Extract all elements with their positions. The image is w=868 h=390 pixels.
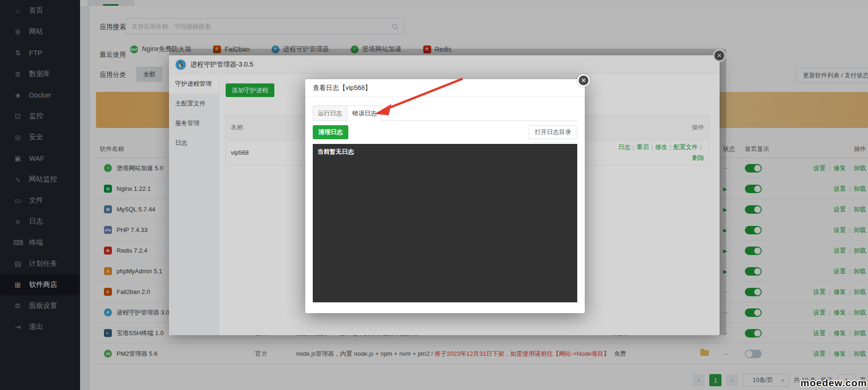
log-tabs: 运行日志 错误日志 [313, 105, 577, 121]
process-guard-titlebar: 🐧 进程守护管理器-3.0.5 [169, 55, 720, 74]
log-content-area[interactable]: 当前暂无日志 [313, 144, 577, 302]
guard-action-delete[interactable]: 删除 [692, 154, 704, 161]
guard-action-restart[interactable]: 重启 [637, 143, 649, 150]
view-log-title: 查看日志【vip568】 [313, 84, 371, 92]
clean-log-button[interactable]: 清理日志 [313, 125, 348, 139]
process-guard-close-button[interactable]: ✕ [713, 49, 726, 62]
view-log-titlebar: 查看日志【vip568】 [305, 79, 585, 97]
tab-run-log[interactable]: 运行日志 [313, 105, 347, 121]
nav-item-guard-process[interactable]: 守护进程管理 [169, 74, 219, 94]
add-guard-process-button[interactable]: 添加守护进程 [226, 83, 274, 97]
guard-row-actions: 日志|重启|修改|配置文件|删除 [570, 142, 709, 163]
process-guard-nav: 守护进程管理 主配置文件 服务管理 日志 [169, 74, 219, 335]
guard-col-action: 操作 [570, 123, 709, 132]
watermark: moedew.com [801, 377, 867, 389]
process-guard-title: 进程守护管理器-3.0.5 [191, 60, 253, 69]
screen: ⌂首页 ⊕网站 ⇅FTP ≣数据库 ◈Docker ⊡监控 ◎安全 ▣WAF ∿… [0, 0, 868, 390]
guard-action-log[interactable]: 日志 [618, 143, 630, 150]
guard-action-edit[interactable]: 修改 [655, 143, 667, 150]
nav-item-main-config[interactable]: 主配置文件 [169, 94, 219, 113]
view-log-close-button[interactable]: ✕ [577, 74, 590, 87]
linux-penguin-icon: 🐧 [176, 60, 186, 70]
guard-action-config[interactable]: 配置文件 [674, 143, 698, 150]
nav-item-log[interactable]: 日志 [169, 133, 219, 153]
view-log-modal: 查看日志【vip568】 ✕ 运行日志 错误日志 清理日志 打开日志目录 当前暂… [305, 79, 585, 313]
tab-error-log[interactable]: 错误日志 [347, 105, 382, 121]
nav-item-service[interactable]: 服务管理 [169, 113, 219, 133]
open-log-dir-button[interactable]: 打开日志目录 [529, 125, 577, 139]
